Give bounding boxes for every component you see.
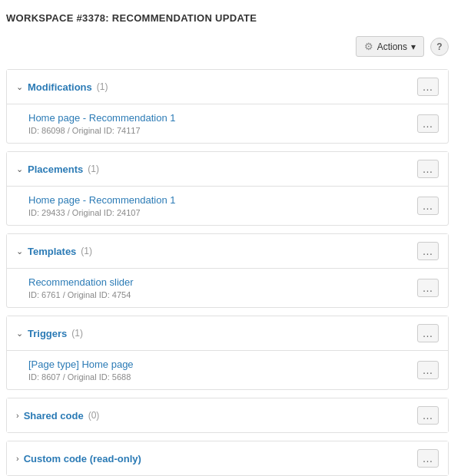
- actions-button[interactable]: ⚙ Actions ▾: [356, 36, 424, 57]
- actions-label: Actions: [377, 41, 407, 52]
- section-item-triggers-0: [Page type] Home page ID: 8607 / Origina…: [7, 350, 448, 389]
- section-header-modifications[interactable]: ⌄ Modifications (1) …: [7, 70, 448, 104]
- section-item-templates-0: Recommendation slider ID: 6761 / Origina…: [7, 268, 448, 307]
- section-more-button-triggers[interactable]: …: [417, 324, 439, 342]
- item-name-templates-0[interactable]: Recommendation slider: [28, 276, 134, 288]
- section-more-button-custom-code[interactable]: …: [417, 449, 439, 468]
- item-content: [Page type] Home page ID: 8607 / Origina…: [28, 359, 134, 382]
- section-header-templates[interactable]: ⌄ Templates (1) …: [7, 234, 448, 268]
- item-name-modifications-0[interactable]: Home page - Recommendation 1: [28, 112, 176, 124]
- section-item-placements-0: Home page - Recommendation 1 ID: 29433 /…: [7, 186, 448, 225]
- section-header-placements[interactable]: ⌄ Placements (1) …: [7, 152, 448, 186]
- item-more-button-templates-0[interactable]: …: [417, 279, 439, 297]
- help-label: ?: [436, 41, 442, 52]
- item-meta-modifications-0: ID: 86098 / Original ID: 74117: [28, 126, 176, 135]
- top-actions-bar: ⚙ Actions ▾ ?: [6, 36, 449, 57]
- chevron-down-icon: ▾: [411, 41, 416, 52]
- section-shared-code: › Shared code (0) …: [6, 398, 449, 433]
- chevron-down-icon: ⌄: [16, 246, 23, 256]
- section-title-triggers: Triggers: [28, 328, 67, 339]
- section-title-placements: Placements: [28, 164, 83, 175]
- section-header-left: ⌄ Triggers (1): [16, 328, 83, 339]
- section-header-left: ⌄ Placements (1): [16, 164, 99, 175]
- section-title-templates: Templates: [28, 246, 76, 257]
- section-item-modifications-0: Home page - Recommendation 1 ID: 86098 /…: [7, 104, 448, 143]
- section-count-placements: (1): [88, 164, 99, 174]
- gear-icon: ⚙: [364, 41, 373, 52]
- sections-container: ⌄ Modifications (1) … Home page - Recomm…: [6, 69, 449, 476]
- section-templates: ⌄ Templates (1) … Recommendation slider …: [6, 233, 449, 308]
- section-header-custom-code[interactable]: › Custom code (read-only) …: [7, 441, 448, 475]
- section-count-shared-code: (0): [88, 410, 100, 421]
- section-more-button-modifications[interactable]: …: [417, 78, 439, 96]
- section-modifications: ⌄ Modifications (1) … Home page - Recomm…: [6, 69, 449, 144]
- section-title-shared-code: Shared code: [24, 410, 84, 421]
- item-more-button-placements-0[interactable]: …: [417, 197, 439, 215]
- section-custom-code: › Custom code (read-only) …: [6, 441, 449, 476]
- item-content: Home page - Recommendation 1 ID: 29433 /…: [28, 194, 176, 217]
- item-meta-templates-0: ID: 6761 / Original ID: 4754: [28, 290, 134, 299]
- section-count-templates: (1): [81, 246, 92, 256]
- item-name-placements-0[interactable]: Home page - Recommendation 1: [28, 194, 176, 206]
- chevron-down-icon: ⌄: [16, 164, 23, 174]
- item-meta-placements-0: ID: 29433 / Original ID: 24107: [28, 208, 176, 217]
- section-header-left: › Custom code (read-only): [16, 453, 146, 464]
- section-header-shared-code[interactable]: › Shared code (0) …: [7, 398, 448, 432]
- section-title-custom-code: Custom code (read-only): [24, 453, 141, 464]
- section-count-modifications: (1): [97, 81, 108, 92]
- item-content: Home page - Recommendation 1 ID: 86098 /…: [28, 112, 176, 135]
- section-header-left: ⌄ Templates (1): [16, 246, 92, 257]
- page-wrapper: WORKSPACE #3378: RECOMMENDATION UPDATE ⚙…: [0, 0, 461, 476]
- item-meta-triggers-0: ID: 8607 / Original ID: 5688: [28, 372, 134, 382]
- section-more-button-shared-code[interactable]: …: [417, 406, 439, 425]
- help-button[interactable]: ?: [430, 38, 449, 56]
- section-header-left: › Shared code (0): [16, 410, 99, 421]
- chevron-down-icon: ⌄: [16, 329, 23, 339]
- chevron-down-icon: ⌄: [16, 82, 23, 92]
- section-placements: ⌄ Placements (1) … Home page - Recommend…: [6, 151, 449, 226]
- section-more-button-templates[interactable]: …: [417, 242, 439, 260]
- item-more-button-triggers-0[interactable]: …: [417, 361, 439, 379]
- item-more-button-modifications-0[interactable]: …: [417, 114, 439, 133]
- section-more-button-placements[interactable]: …: [417, 160, 439, 178]
- section-header-left: ⌄ Modifications (1): [16, 81, 108, 93]
- chevron-right-icon: ›: [16, 454, 19, 463]
- item-content: Recommendation slider ID: 6761 / Origina…: [28, 276, 134, 299]
- section-triggers: ⌄ Triggers (1) … [Page type] Home page I…: [6, 316, 449, 390]
- section-title-modifications: Modifications: [28, 81, 92, 93]
- item-name-triggers-0[interactable]: [Page type] Home page: [28, 359, 134, 370]
- chevron-right-icon: ›: [16, 411, 19, 420]
- section-count-triggers: (1): [71, 328, 83, 339]
- section-header-triggers[interactable]: ⌄ Triggers (1) …: [7, 316, 448, 350]
- page-title: WORKSPACE #3378: RECOMMENDATION UPDATE: [6, 12, 449, 24]
